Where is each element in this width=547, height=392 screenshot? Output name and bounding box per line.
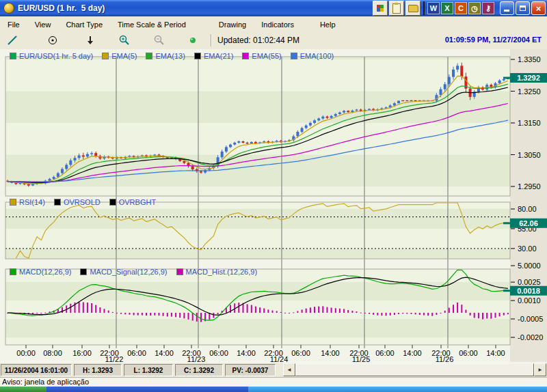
rsi-legend: RSI(14)OVRSOLDOVRBGHT bbox=[10, 198, 156, 206]
display-palette-icon[interactable] bbox=[373, 1, 388, 16]
legend-label: MACD(12,26,9) bbox=[19, 268, 71, 276]
legend-label: EMA(100) bbox=[300, 52, 334, 60]
svg-text:-0.0005: -0.0005 bbox=[518, 315, 543, 323]
app-icon bbox=[3, 3, 14, 14]
svg-text:14:00: 14:00 bbox=[403, 349, 422, 357]
horizontal-scrollbar[interactable]: ◄ ► bbox=[283, 364, 546, 376]
excel-icon[interactable]: X bbox=[441, 2, 453, 14]
legend-label: EMA(21) bbox=[204, 52, 233, 60]
legend-swatch-icon bbox=[102, 53, 109, 59]
macd-legend: MACD(12,26,9)MACD_Signal(12,26,9)MACD_Hi… bbox=[10, 268, 257, 276]
minimize-button[interactable] bbox=[500, 1, 514, 15]
legend-item: OVRBGHT bbox=[109, 198, 156, 206]
clipboard-icon[interactable] bbox=[389, 1, 404, 16]
macd-panel-bg bbox=[5, 269, 510, 345]
menu-time-scale-period[interactable]: Time Scale & Period bbox=[110, 16, 194, 32]
powerpoint-icon[interactable]: C bbox=[455, 2, 467, 14]
server-clock: 01:09:59 PM, 11/27/2004 ET bbox=[445, 36, 542, 44]
title-bar[interactable]: EUR/USD (1 hr. 5 day) W X C ◷ ⚷ × bbox=[0, 0, 547, 16]
svg-text:14:00: 14:00 bbox=[237, 349, 256, 357]
legend-label: EMA(13) bbox=[155, 52, 185, 60]
scrollbar-thumb[interactable] bbox=[295, 363, 534, 376]
word-icon[interactable]: W bbox=[427, 2, 440, 14]
svg-text:0.0010: 0.0010 bbox=[518, 296, 541, 305]
chart-area[interactable]: 1.33501.32501.31501.30501.29501.329280.0… bbox=[0, 49, 547, 362]
toolbar-separator bbox=[211, 34, 211, 46]
key-icon[interactable]: ⚷ bbox=[482, 2, 494, 14]
svg-text:06:00: 06:00 bbox=[459, 349, 478, 357]
menu-drawing[interactable]: Drawing bbox=[211, 16, 254, 32]
crosshair-icon[interactable] bbox=[44, 33, 61, 48]
legend-item: MACD(12,26,9) bbox=[10, 268, 71, 276]
legend-label: EMA(5) bbox=[111, 52, 137, 60]
legend-swatch-icon bbox=[109, 199, 116, 206]
legend-swatch-icon bbox=[10, 199, 16, 206]
svg-text:0.0025: 0.0025 bbox=[518, 278, 541, 286]
svg-text:08:00: 08:00 bbox=[43, 349, 62, 357]
taskbar-sliver bbox=[0, 387, 547, 392]
svg-text:5.0000: 5.0000 bbox=[518, 262, 541, 270]
svg-text:30.00: 30.00 bbox=[518, 244, 537, 253]
clipboard-glyph bbox=[392, 3, 401, 14]
legend-swatch-icon bbox=[176, 268, 183, 275]
legend-label: MACD_Hist.(12,26,9) bbox=[186, 268, 258, 276]
trendline-icon[interactable] bbox=[4, 33, 21, 48]
aviso-status-text: Aviso: janela de aplicação bbox=[0, 377, 547, 387]
status-high: H: 1.3293 bbox=[74, 364, 122, 376]
svg-text:11/25: 11/25 bbox=[352, 355, 371, 362]
marker-icon[interactable] bbox=[185, 33, 201, 48]
status-bar: 11/26/2004 16:01:00 H: 1.3293 L: 1.3292 … bbox=[0, 362, 547, 377]
svg-text:06:00: 06:00 bbox=[127, 349, 146, 357]
close-button[interactable]: × bbox=[531, 1, 546, 15]
menu-file[interactable]: File bbox=[0, 16, 27, 32]
menu-indicators[interactable]: Indicators bbox=[254, 16, 302, 32]
legend-label: OVRBGHT bbox=[119, 198, 156, 206]
legend-swatch-icon bbox=[80, 268, 87, 275]
svg-text:1.3350: 1.3350 bbox=[518, 55, 541, 64]
restore-icon bbox=[520, 5, 526, 11]
legend-item: MACD_Hist.(12,26,9) bbox=[176, 268, 258, 276]
legend-item: EMA(13) bbox=[146, 52, 185, 60]
svg-text:80.00: 80.00 bbox=[518, 205, 537, 213]
menu-bar: File View Chart Type Time Scale & Period… bbox=[0, 16, 547, 33]
window-title: EUR/USD (1 hr. 5 day) bbox=[18, 3, 105, 13]
open-folder-icon[interactable] bbox=[405, 1, 421, 16]
svg-text:14:00: 14:00 bbox=[155, 349, 174, 357]
taskbar-tray-segment[interactable] bbox=[248, 387, 547, 392]
taskbar-start-segment[interactable] bbox=[0, 387, 46, 392]
down-arrow-icon[interactable] bbox=[82, 33, 98, 48]
svg-text:06:00: 06:00 bbox=[209, 349, 228, 357]
restore-button[interactable] bbox=[516, 1, 530, 15]
svg-text:0.0018: 0.0018 bbox=[517, 287, 540, 295]
updated-timestamp: Updated: 01:02:44 PM bbox=[217, 36, 299, 45]
zoom-in-icon[interactable] bbox=[116, 33, 133, 48]
legend-label: RSI(14) bbox=[19, 198, 45, 206]
taskbar-buttons-segment[interactable] bbox=[46, 387, 248, 392]
menu-chart-type[interactable]: Chart Type bbox=[58, 16, 110, 32]
rsi-panel-bg bbox=[5, 202, 510, 259]
menu-view[interactable]: View bbox=[27, 16, 59, 32]
scroll-right-icon[interactable]: ► bbox=[534, 363, 546, 376]
svg-text:-0.0020: -0.0020 bbox=[518, 333, 543, 341]
legend-swatch-icon bbox=[242, 53, 249, 59]
menu-help[interactable]: Help bbox=[312, 16, 343, 32]
scroll-left-icon[interactable]: ◄ bbox=[283, 363, 295, 376]
svg-text:06:00: 06:00 bbox=[291, 349, 310, 357]
zoom-out-icon[interactable] bbox=[151, 33, 168, 48]
legend-item: EMA(100) bbox=[291, 52, 334, 60]
legend-swatch-icon bbox=[54, 199, 61, 206]
svg-text:11/24: 11/24 bbox=[270, 355, 289, 362]
status-low: L: 1.3292 bbox=[124, 364, 173, 376]
folder-glyph bbox=[408, 5, 418, 12]
svg-text:06:00: 06:00 bbox=[375, 349, 395, 357]
svg-text:1.2950: 1.2950 bbox=[518, 182, 541, 191]
clock-icon[interactable]: ◷ bbox=[468, 2, 481, 14]
palette-glyph bbox=[377, 5, 380, 8]
status-timestamp: 11/26/2004 16:01:00 bbox=[1, 364, 72, 376]
svg-text:1.3150: 1.3150 bbox=[518, 119, 541, 127]
minimize-icon bbox=[504, 10, 509, 12]
legend-item: OVRSOLD bbox=[54, 198, 101, 206]
legend-item: EMA(55) bbox=[242, 52, 281, 60]
titlebar-right-cluster: W X C ◷ ⚷ × bbox=[373, 1, 546, 16]
legend-label: EUR/USD(1 hr. 5 day) bbox=[19, 52, 93, 60]
